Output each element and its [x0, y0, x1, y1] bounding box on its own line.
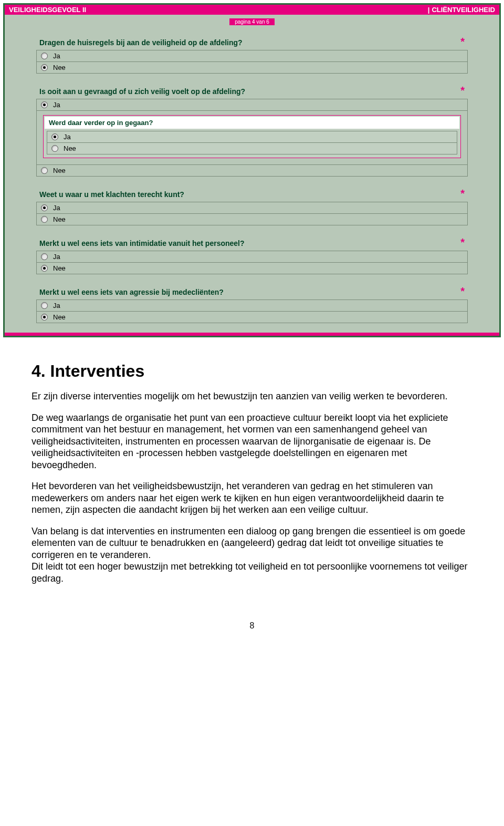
- radio-icon: [41, 53, 48, 59]
- question-4-option-no[interactable]: Nee: [37, 263, 467, 274]
- nested-question: Werd daar verder op in gegaan? Ja Nee: [43, 115, 461, 158]
- option-label-yes: Ja: [53, 253, 60, 261]
- radio-icon: [51, 133, 58, 140]
- form-body: Dragen de huisregels bij aan de veilighe…: [5, 27, 499, 333]
- pager-label: pagina 4 van 6: [229, 18, 275, 25]
- header-separator: |: [428, 6, 430, 14]
- question-3-options: Ja Nee: [36, 202, 468, 225]
- required-indicator: *: [460, 190, 465, 197]
- header-right-cap: C: [432, 6, 436, 14]
- question-5: Merkt u wel eens iets van agressie bij m…: [36, 288, 468, 323]
- radio-icon: [41, 101, 48, 108]
- question-2-option-no[interactable]: Nee: [37, 165, 467, 176]
- radio-icon: [51, 145, 58, 152]
- question-2: Is ooit aan u gevraagd of u zich veilig …: [36, 87, 468, 177]
- paragraph-4b: Dit leidt tot een hoger bewustzijn met b…: [32, 561, 467, 584]
- option-label-yes: Ja: [64, 133, 71, 141]
- question-2-option-yes[interactable]: Ja: [37, 99, 467, 111]
- option-label-yes: Ja: [53, 302, 60, 309]
- question-4-option-yes[interactable]: Ja: [37, 251, 467, 263]
- form-header: VEILIGHEIDSGEVOEL II |CLIËNTVEILIGHEID: [5, 5, 499, 15]
- header-subtitle: |CLIËNTVEILIGHEID: [428, 6, 495, 14]
- question-1-label: Dragen de huisregels bij aan de veilighe…: [39, 38, 243, 47]
- nested-question-wrap: Werd daar verder op in gegaan? Ja Nee: [37, 111, 467, 165]
- form-container: VEILIGHEIDSGEVOEL II |CLIËNTVEILIGHEID p…: [3, 3, 501, 337]
- option-label-no: Nee: [53, 215, 66, 223]
- radio-icon: [41, 253, 48, 260]
- section-heading: 4. Interventies: [32, 362, 472, 381]
- paragraph-4a: Van belang is dat interventies en instru…: [32, 526, 465, 560]
- required-indicator: *: [460, 239, 465, 245]
- radio-icon: [41, 64, 48, 71]
- question-1-option-no[interactable]: Nee: [37, 62, 467, 73]
- option-label-no: Nee: [53, 167, 66, 174]
- question-3: Weet u waar u met klachten terecht kunt?…: [36, 190, 468, 225]
- header-title: VEILIGHEIDSGEVOEL II: [9, 6, 86, 14]
- option-label-yes: Ja: [53, 204, 60, 212]
- radio-icon: [41, 314, 48, 321]
- form-footer-bar: [5, 333, 499, 336]
- header-right-rest: LIËNTVEILIGHEID: [437, 6, 495, 14]
- nested-option-no[interactable]: Nee: [47, 142, 457, 154]
- radio-icon: [41, 265, 48, 272]
- option-label-no: Nee: [53, 64, 66, 71]
- question-5-options: Ja Nee: [36, 300, 468, 323]
- radio-icon: [41, 216, 48, 223]
- paragraph-3: Het bevorderen van het veiligheidsbewust…: [32, 480, 472, 516]
- question-4-label: Merkt u wel eens iets van intimidatie va…: [39, 239, 245, 247]
- required-indicator: *: [460, 38, 465, 45]
- pager-row: pagina 4 van 6: [5, 15, 499, 27]
- question-3-option-yes[interactable]: Ja: [37, 202, 467, 214]
- question-2-options: Ja Werd daar verder op in gegaan? Ja: [36, 99, 468, 177]
- question-4: Merkt u wel eens iets van intimidatie va…: [36, 239, 468, 274]
- question-3-label: Weet u waar u met klachten terecht kunt?: [39, 190, 184, 199]
- option-label-yes: Ja: [53, 101, 60, 109]
- required-indicator: *: [460, 87, 465, 94]
- question-1-option-yes[interactable]: Ja: [37, 50, 467, 62]
- radio-icon: [41, 204, 48, 211]
- nested-option-yes[interactable]: Ja: [47, 131, 457, 142]
- radio-icon: [41, 302, 48, 309]
- nested-question-label: Werd daar verder op in gegaan?: [45, 117, 459, 129]
- option-label-no: Nee: [53, 264, 66, 272]
- paragraph-1: Er zijn diverse interventies mogelijk om…: [32, 390, 472, 402]
- option-label-no: Nee: [53, 313, 66, 321]
- question-5-label: Merkt u wel eens iets van agressie bij m…: [39, 288, 224, 296]
- page-number: 8: [32, 621, 472, 631]
- option-label-yes: Ja: [53, 52, 60, 60]
- question-1-options: Ja Nee: [36, 50, 468, 74]
- document-section: 4. Interventies Er zijn diverse interven…: [0, 340, 504, 646]
- header-roman: II: [82, 6, 86, 14]
- option-label-no: Nee: [64, 144, 76, 152]
- radio-icon: [41, 167, 48, 174]
- required-indicator: *: [460, 288, 465, 294]
- question-2-label: Is ooit aan u gevraagd of u zich veilig …: [39, 87, 245, 96]
- question-4-options: Ja Nee: [36, 251, 468, 274]
- question-5-option-yes[interactable]: Ja: [37, 300, 467, 312]
- question-5-option-no[interactable]: Nee: [37, 312, 467, 323]
- question-3-option-no[interactable]: Nee: [37, 214, 467, 225]
- header-title-cap: V: [9, 6, 14, 14]
- question-1: Dragen de huisregels bij aan de veilighe…: [36, 38, 468, 74]
- paragraph-2: De weg waarlangs de organisatie het punt…: [32, 412, 472, 471]
- header-title-rest: EILIGHEIDSGEVOEL: [14, 6, 81, 14]
